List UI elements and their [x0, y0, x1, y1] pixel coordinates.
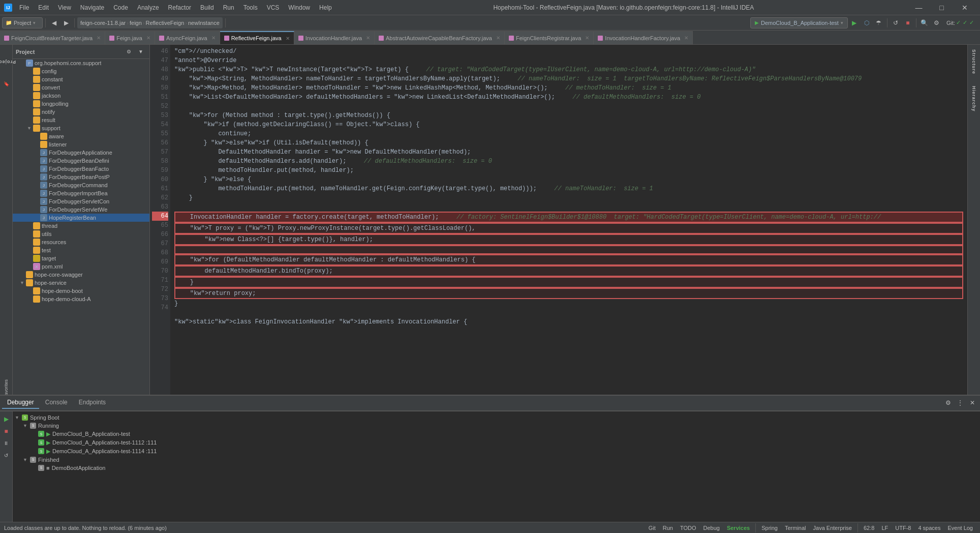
tab-close-feigncircuitbreaker[interactable]: ✕ — [97, 35, 101, 41]
project-tree-item[interactable]: test — [13, 246, 149, 254]
breadcrumb[interactable]: feign-core-11.8.jar › feign › Reflective… — [77, 17, 223, 28]
java-enterprise-tab-button[interactable]: Java Enterprise — [810, 524, 855, 531]
project-tree-item[interactable]: JForDebuggerBeanDefini — [13, 157, 149, 165]
project-tree-item[interactable]: notify — [13, 108, 149, 116]
project-tree-item[interactable]: utils — [13, 230, 149, 238]
project-tree-item[interactable]: JForDebuggerCommand — [13, 181, 149, 189]
todo-tab-button[interactable]: TODO — [677, 524, 699, 531]
menu-run[interactable]: Run — [219, 3, 238, 12]
project-tree-item[interactable]: JHopeRegisterBean — [13, 214, 149, 222]
service-item[interactable]: S■DemoBootApplication — [15, 464, 978, 472]
find-button[interactable]: 🔍 — [919, 17, 930, 28]
project-dropdown[interactable]: 📁 Project ▾ — [2, 17, 43, 28]
stop-button[interactable]: ■ — [902, 17, 913, 28]
code-area[interactable]: "cm">//unchecked/"annot">@Override"kw">p… — [170, 45, 967, 395]
project-tree-item[interactable]: target — [13, 254, 149, 262]
maximize-button[interactable]: □ — [930, 0, 953, 15]
event-log-button[interactable]: Event Log — [944, 524, 976, 531]
service-item[interactable]: ▼SFinished — [15, 456, 978, 464]
menu-build[interactable]: Build — [196, 3, 218, 12]
bottom-panel-close[interactable]: ✕ — [967, 397, 978, 408]
services-stop-button[interactable]: ■ — [1, 426, 12, 437]
bottom-panel-settings[interactable]: ⚙ — [942, 397, 954, 408]
tab-abstractautowire[interactable]: AbstractAutowireCapableBeanFactory.java … — [375, 31, 505, 44]
project-tree-item[interactable]: JForDebuggerServletCon — [13, 197, 149, 205]
run-button[interactable]: ▶ — [849, 17, 860, 28]
project-tree-item[interactable]: hope-demo-cloud-A — [13, 295, 149, 303]
project-tree-item[interactable]: JForDebuggerBeanFacto — [13, 165, 149, 173]
rerun-button[interactable]: ↺ — [890, 17, 901, 28]
spring-tab-button[interactable]: Spring — [758, 524, 781, 531]
project-tree-item[interactable]: config — [13, 67, 149, 75]
menu-analyze[interactable]: Analyze — [133, 3, 163, 12]
menu-file[interactable]: File — [15, 3, 33, 12]
tab-close-feignclientsregistrar[interactable]: ✕ — [585, 35, 589, 41]
project-tree-item[interactable]: convert — [13, 83, 149, 92]
service-item[interactable]: S▶DemoCloud_B_Application-test — [15, 430, 978, 438]
tab-feign[interactable]: Feign.java ✕ — [105, 31, 155, 44]
tab-close-feign[interactable]: ✕ — [146, 35, 150, 41]
settings-button[interactable]: ⚙ — [931, 17, 942, 28]
run-config-dropdown[interactable]: ▶ DemoCloud_B_Application-test ▾ — [750, 17, 848, 28]
tab-invocationhandler[interactable]: InvocationHandler.java ✕ — [294, 31, 375, 44]
debug-button[interactable]: ⬡ — [861, 17, 872, 28]
project-tree-item[interactable]: JForDebuggerImportBea — [13, 189, 149, 197]
git-tab-button[interactable]: Git — [646, 524, 659, 531]
service-item[interactable]: S▶DemoCloud_A_Application-test-1112 :111 — [15, 438, 978, 447]
forward-button[interactable]: ▶ — [60, 17, 72, 28]
hierarchy-toggle[interactable]: Hierarchy — [968, 83, 979, 114]
menu-view[interactable]: View — [54, 3, 75, 12]
tab-feignclientsregistrar[interactable]: FeignClientsRegistrar.java ✕ — [505, 31, 594, 44]
project-settings-button[interactable]: ⚙ — [123, 46, 134, 57]
bottom-tab-endpoints[interactable]: Endpoints — [74, 397, 111, 409]
run-tab-button[interactable]: Run — [660, 524, 676, 531]
menu-refactor[interactable]: Refactor — [164, 3, 195, 12]
project-tree-item[interactable]: JForDebuggerApplicatione — [13, 149, 149, 157]
project-tree-item[interactable]: listener — [13, 140, 149, 149]
tab-close-asyncfeign[interactable]: ✕ — [211, 35, 216, 41]
menu-help[interactable]: Help — [315, 3, 336, 12]
services-run-button[interactable]: ▶ — [1, 413, 12, 425]
project-tree-item[interactable]: constant — [13, 75, 149, 83]
project-tree-item[interactable]: Porg.hopehomi.core.support — [13, 59, 149, 67]
services-tab-button[interactable]: Services — [724, 524, 753, 531]
tab-close-invocationhandlerfactory[interactable]: ✕ — [684, 35, 688, 41]
tab-asyncfeign[interactable]: AsyncFeign.java ✕ — [155, 31, 220, 44]
project-tree-item[interactable]: aware — [13, 132, 149, 140]
project-tree-item[interactable]: hope-core-swagger — [13, 271, 149, 279]
back-button[interactable]: ◀ — [48, 17, 59, 28]
menu-tools[interactable]: Tools — [239, 3, 262, 12]
tab-feigncircuitbreaker[interactable]: FeignCircuitBreakerTargeter.java ✕ — [0, 31, 105, 44]
minimize-button[interactable]: — — [907, 0, 930, 15]
project-tree-item[interactable]: Xpom.xml — [13, 262, 149, 271]
services-pause-button[interactable]: ⏸ — [1, 438, 12, 449]
menu-code[interactable]: Code — [109, 3, 132, 12]
tab-close-invocationhandler[interactable]: ✕ — [366, 35, 370, 41]
menu-window[interactable]: Window — [284, 3, 314, 12]
project-tree-item[interactable]: JForDebuggerBeanPostP — [13, 173, 149, 181]
bottom-panel-options[interactable]: ⋮ — [955, 397, 966, 408]
service-item[interactable]: S▶DemoCloud_A_Application-test-1114 :111 — [15, 447, 978, 456]
bottom-tab-debugger[interactable]: Debugger — [2, 397, 39, 409]
tab-reflectivefeign[interactable]: ReflectiveFeign.java ✕ — [220, 31, 294, 44]
tab-invocationhandlerfactory[interactable]: InvocationHandlerFactory.java ✕ — [594, 31, 693, 44]
close-button[interactable]: ✕ — [953, 0, 976, 15]
project-tree-item[interactable]: result — [13, 116, 149, 124]
service-item[interactable]: ▼SRunning — [15, 422, 978, 430]
project-collapse-button[interactable]: ▼ — [135, 46, 146, 57]
service-item[interactable]: ▼SSpring Boot — [15, 413, 978, 422]
bottom-tab-console[interactable]: Console — [40, 397, 73, 409]
project-tree-item[interactable]: thread — [13, 222, 149, 230]
project-tree-item[interactable]: jackson — [13, 92, 149, 100]
menu-vcs[interactable]: VCS — [263, 3, 284, 12]
project-tree-item[interactable]: ▼support — [13, 124, 149, 132]
terminal-tab-button[interactable]: Terminal — [782, 524, 809, 531]
structure-toggle[interactable]: Structure — [968, 47, 979, 77]
debug-tab-button[interactable]: Debug — [700, 524, 722, 531]
project-panel-toggle[interactable]: Project — [0, 56, 21, 68]
menu-edit[interactable]: Edit — [34, 3, 53, 12]
project-tree-item[interactable]: resources — [13, 238, 149, 246]
menu-navigate[interactable]: Navigate — [76, 3, 108, 12]
tab-close-abstractautowire[interactable]: ✕ — [496, 35, 500, 41]
coverage-button[interactable]: ☂ — [873, 17, 884, 28]
